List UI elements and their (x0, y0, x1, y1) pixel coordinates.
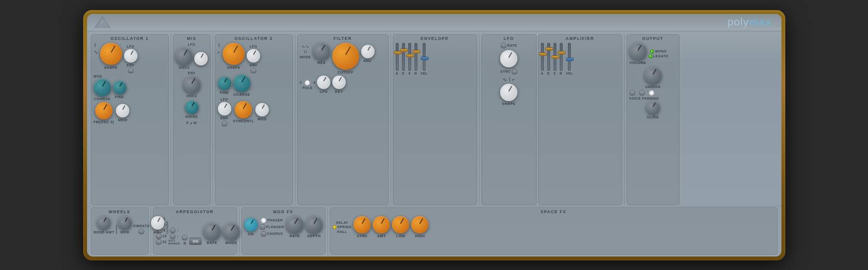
arp-on-btn[interactable]: ON (189, 238, 201, 245)
lfo-section: LFO RATE SYNC (481, 34, 537, 205)
modfx-flanger-radio[interactable] (260, 224, 265, 230)
wheels-vibrato-toggle[interactable] (138, 229, 144, 234)
env-a-track[interactable] (396, 43, 399, 71)
env-vel-cap[interactable] (421, 57, 428, 60)
lfo-sync-toggle[interactable] (512, 69, 517, 75)
env-d-cap[interactable] (400, 49, 408, 52)
modfx-phaser-radio[interactable] (261, 218, 266, 223)
arp-rate-knob[interactable] (203, 223, 221, 240)
osc2-env-label: ENV (250, 64, 257, 67)
spacefx-sync-col: SYNC (353, 216, 371, 238)
lfo-rate-radio[interactable] (501, 43, 506, 49)
mix-osc2-knob[interactable] (183, 76, 201, 93)
osc2-lfo-knob[interactable] (247, 49, 260, 63)
modfx-chorus-radio[interactable] (261, 231, 266, 237)
env-r-cap[interactable] (413, 50, 420, 53)
spacefx-amt-knob[interactable] (373, 216, 390, 233)
output-volume-knob[interactable] (629, 43, 647, 60)
wheels-amt-knob[interactable] (151, 216, 164, 230)
osc1-lfo-knob[interactable] (124, 49, 138, 63)
arp-div-16[interactable] (156, 233, 162, 239)
osc2-env-toggle[interactable] (251, 68, 256, 74)
env-s-cap[interactable] (406, 54, 414, 57)
filter-env-label: ENV (364, 59, 372, 63)
spacefx-high-col: HIGH (411, 216, 428, 238)
mix-noise-knob[interactable] (185, 101, 199, 114)
arp-on-col: ON (189, 238, 201, 245)
legato-label: LEGATO (654, 54, 669, 58)
arp-oct-down[interactable] (170, 233, 176, 239)
modfx-rate-knob[interactable] (286, 216, 303, 233)
amp-s-cap[interactable] (552, 55, 559, 59)
wheels-bend-knob[interactable] (97, 216, 111, 230)
amp-a-cap[interactable] (539, 52, 547, 56)
osc2-lfo-label: LFO (250, 45, 257, 48)
arp-rate-label: RATE (207, 241, 217, 245)
arp-rate-col: RATE (203, 223, 221, 245)
osc2-fine-knob[interactable] (218, 77, 231, 90)
mix-osc1-mod-knob[interactable] (194, 52, 208, 65)
lfo-rate-knob[interactable] (500, 50, 517, 67)
osc1-env-toggle[interactable] (128, 68, 134, 74)
amp-r-track[interactable] (560, 43, 563, 71)
modfx-on-knob[interactable] (244, 218, 258, 231)
filter-pole-2-btn[interactable] (304, 80, 310, 86)
amp-vel-cap[interactable] (566, 58, 574, 61)
amp-vel-track[interactable] (568, 43, 571, 71)
spacefx-hall-label: HALL (337, 230, 347, 233)
arp-oct-up[interactable] (170, 228, 176, 233)
amp-d-track[interactable] (547, 43, 550, 71)
osc2-mod-knob[interactable] (255, 103, 269, 116)
arp-div-32[interactable] (156, 239, 162, 245)
wheels-mod-knob[interactable] (118, 216, 132, 230)
env-vel-track[interactable] (423, 43, 426, 71)
osc2-lfo2-knob[interactable] (218, 102, 231, 116)
osc1-mod2-knob[interactable] (116, 104, 129, 117)
spacefx-sync-knob[interactable] (353, 216, 371, 233)
panning-dot-1[interactable] (639, 90, 645, 96)
filter-res-knob[interactable] (313, 43, 330, 60)
output-glide-knob[interactable] (646, 101, 660, 115)
env-s-track[interactable] (408, 43, 411, 71)
amp-r-cap[interactable] (558, 51, 566, 54)
amp-d-col: D (547, 43, 550, 75)
amp-d-cap[interactable] (545, 47, 553, 51)
filter-lfo-knob[interactable] (317, 76, 330, 89)
spacefx-low-knob[interactable] (392, 216, 409, 233)
modfx-section: MOD FX ON PHASER (241, 207, 326, 255)
osc2-title: OSCILLATOR 2 (218, 36, 290, 41)
lfo-shape-knob[interactable] (500, 84, 517, 101)
osc2-env2-label: ENV (221, 116, 228, 120)
arp-r-btn[interactable] (182, 235, 188, 241)
filter-res-label: RES (317, 61, 326, 65)
osc2-coarse-knob[interactable] (233, 75, 251, 92)
osc2-sync-knob[interactable] (235, 101, 252, 118)
arp-mode-knob[interactable] (223, 223, 240, 240)
osc1-coarse-knob[interactable] (94, 79, 111, 96)
osc2-shape-knob[interactable] (223, 43, 245, 65)
mix-knobs: LFO OSC1 ENV (176, 43, 208, 125)
panning-dot-2[interactable] (649, 90, 654, 96)
env-r-track[interactable] (415, 43, 417, 71)
amp-a-label: A (541, 72, 544, 75)
amplifier-faders: A D S (541, 43, 619, 75)
output-unison-knob[interactable] (644, 67, 662, 84)
filter-key-knob[interactable] (332, 76, 346, 89)
panning-dot-0[interactable] (629, 90, 635, 96)
spacefx-high-knob[interactable] (411, 216, 428, 233)
osc2-env2-toggle[interactable] (222, 121, 227, 127)
modfx-on-label: ON (248, 232, 253, 236)
divider-amp-output (624, 34, 625, 205)
amp-s-track[interactable] (554, 43, 556, 71)
env-d-track[interactable] (402, 43, 405, 71)
osc1-shape-knob[interactable] (100, 43, 122, 65)
mix-osc1-label: OSC1 (179, 65, 189, 70)
amp-a-track[interactable] (541, 43, 544, 71)
modfx-depth-knob[interactable] (305, 216, 323, 233)
osc1-fine-knob[interactable] (113, 81, 126, 94)
filter-cutoff-knob[interactable] (332, 43, 359, 70)
mix-osc1-knob[interactable] (176, 48, 193, 65)
filter-env-knob[interactable] (361, 45, 375, 58)
osc1-fm-knob[interactable] (95, 102, 113, 119)
lfo-shape-label: SHAPE (502, 102, 516, 106)
